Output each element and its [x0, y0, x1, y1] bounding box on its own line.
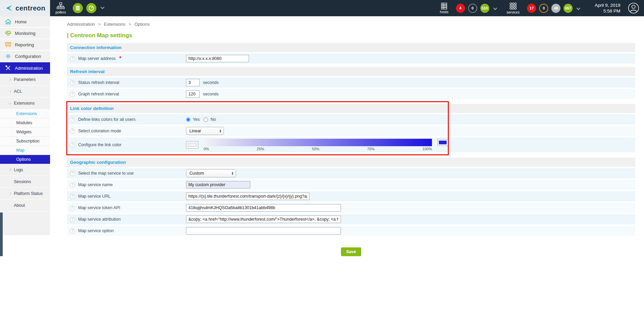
graph-refresh-input[interactable]	[186, 90, 200, 98]
logo-text: centreon	[16, 4, 45, 12]
sidebar-item-acl[interactable]: ACL	[0, 86, 50, 97]
sidebar-item-monitoring[interactable]: Monitoring	[0, 28, 50, 39]
help-icon[interactable]: ?	[70, 171, 75, 176]
sidebar-item-label: Modules	[16, 120, 32, 125]
services-status-group: services 17 0 48 657	[507, 2, 581, 14]
end-color-swatch[interactable]	[437, 139, 448, 146]
database-status-button[interactable]	[73, 3, 83, 13]
help-icon[interactable]: ?	[70, 228, 75, 234]
sidebar-item-configuration[interactable]: Configuration	[0, 51, 50, 62]
end-color-swatch-fill	[439, 140, 447, 145]
services-chevron-down-icon[interactable]	[577, 6, 580, 10]
sidebar-item-reporting[interactable]: Reporting	[0, 39, 50, 51]
map-service-url-input[interactable]	[186, 193, 309, 200]
sidebar-item-parameters[interactable]: Parameters	[0, 74, 50, 86]
sidebar-item-subscription[interactable]: Subscription	[0, 137, 50, 146]
start-color-swatch[interactable]	[186, 141, 198, 149]
map-server-address-input[interactable]	[186, 55, 249, 62]
coloration-mode-select[interactable]: Linear ▲▼	[186, 127, 224, 135]
section-header: Geographic configuration	[67, 158, 635, 167]
sidebar-item-administration[interactable]: Administration	[0, 62, 50, 74]
chevron-right-icon	[8, 90, 11, 93]
help-icon[interactable]: ?	[70, 194, 75, 199]
hosts-up-badge[interactable]: 510	[480, 4, 489, 13]
sidebar-item-label: Widgets	[16, 130, 31, 134]
save-button[interactable]: Save	[341, 247, 361, 256]
services-warning-badge[interactable]: 0	[539, 4, 548, 13]
sidebar-item-label: Extensions	[16, 111, 37, 116]
status-refresh-row: ? Status refresh interval seconds	[67, 77, 635, 88]
sidebar-item-about[interactable]: About	[0, 200, 50, 212]
sidebar-item-widgets[interactable]: Widgets	[0, 128, 50, 137]
map-service-select[interactable]: Custom ▲▼	[186, 169, 236, 177]
user-menu-button[interactable]	[628, 2, 639, 14]
sidebar-item-modules[interactable]: Modules	[0, 118, 50, 128]
hosts-down-badge[interactable]: 4	[456, 4, 465, 13]
chevron-down-icon	[8, 102, 11, 105]
sidebar-item-label: Logs	[14, 168, 23, 172]
help-icon[interactable]: ?	[70, 129, 75, 134]
sidebar-item-logs[interactable]: Logs	[0, 164, 50, 176]
hosts-button[interactable]: hosts	[440, 3, 448, 14]
reporting-icon	[5, 42, 12, 48]
latency-status-button[interactable]	[86, 3, 96, 13]
field-label: Select coloration mode	[78, 129, 121, 133]
sidebar-item-extensions[interactable]: Extensions	[0, 97, 50, 109]
breadcrumb-options[interactable]: Options	[135, 22, 150, 27]
clock: April 9, 2019 5:58 PM	[595, 2, 620, 14]
services-label: services	[507, 10, 520, 14]
map-service-name-input[interactable]	[186, 181, 250, 188]
scale-label: 100%	[422, 147, 432, 151]
hosts-chevron-down-icon[interactable]	[493, 6, 497, 10]
sidebar-item-map[interactable]: Map	[0, 146, 50, 155]
centreon-logo[interactable]: centreon	[0, 0, 50, 16]
status-refresh-input[interactable]	[186, 79, 200, 86]
define-links-colors-row: ? Define links colors for all users Yes …	[67, 114, 635, 125]
sidebar-edge-strip	[0, 213, 3, 256]
map-service-attribution-input[interactable]	[186, 216, 341, 223]
sidebar-item-platform-status[interactable]: Platform Status	[0, 188, 50, 200]
no-label: No	[210, 117, 216, 122]
help-icon[interactable]: ?	[70, 217, 75, 222]
help-icon[interactable]: ?	[70, 92, 75, 97]
help-icon[interactable]: ?	[70, 205, 75, 210]
sidebar-item-sessions[interactable]: Sessions	[0, 176, 50, 188]
map-service-option-input[interactable]	[186, 227, 341, 235]
chevron-right-icon	[8, 169, 11, 171]
define-links-no-radio[interactable]	[204, 117, 208, 122]
sidebar-item-label: Sessions	[14, 179, 31, 184]
map-service-token-input[interactable]	[186, 204, 341, 212]
page-title: | Centreon Map settings	[67, 32, 635, 39]
sidebar-item-label: Subscription	[16, 139, 40, 143]
field-label: Map service attribution	[78, 217, 121, 222]
services-unknown-badge[interactable]: 48	[551, 4, 560, 13]
pollers-button[interactable]: pollers	[55, 2, 66, 14]
hosts-unreachable-badge[interactable]: 0	[468, 4, 477, 13]
graph-refresh-row: ? Graph refresh interval seconds	[67, 89, 635, 99]
sidebar-item-options[interactable]: Options	[0, 155, 50, 164]
field-label: Graph refresh interval	[78, 92, 119, 96]
field-label: Map server address	[78, 56, 115, 61]
help-icon[interactable]: ?	[70, 80, 75, 85]
help-icon[interactable]: ?	[70, 142, 75, 148]
help-icon[interactable]: ?	[70, 56, 75, 61]
breadcrumb-administration[interactable]: Administration	[67, 22, 95, 27]
pollers-chevron-down-icon[interactable]	[100, 5, 104, 9]
scale-label: 0%	[204, 147, 209, 151]
field-label: Map service URL	[78, 194, 111, 199]
services-button[interactable]: services	[507, 2, 520, 14]
services-ok-badge[interactable]: 657	[564, 4, 573, 13]
sidebar-item-label: ACL	[14, 89, 22, 94]
sidebar-item-home[interactable]: Home	[0, 16, 50, 28]
services-critical-badge[interactable]: 17	[527, 4, 536, 13]
topbar: centreon pollers	[0, 0, 644, 16]
centreon-logo-icon	[5, 3, 14, 13]
section-geographic-configuration: Geographic configuration ? Select the ma…	[67, 158, 635, 236]
define-links-yes-radio[interactable]	[186, 117, 190, 122]
help-icon[interactable]: ?	[70, 117, 75, 122]
database-icon	[75, 5, 80, 11]
help-icon[interactable]: ?	[70, 182, 75, 187]
breadcrumb-extensions[interactable]: Extensions	[104, 22, 125, 27]
map-service-select-row: ? Select the map service to use Custom ▲…	[67, 168, 635, 178]
sidebar-item-extensions-manager[interactable]: Extensions	[0, 109, 50, 118]
